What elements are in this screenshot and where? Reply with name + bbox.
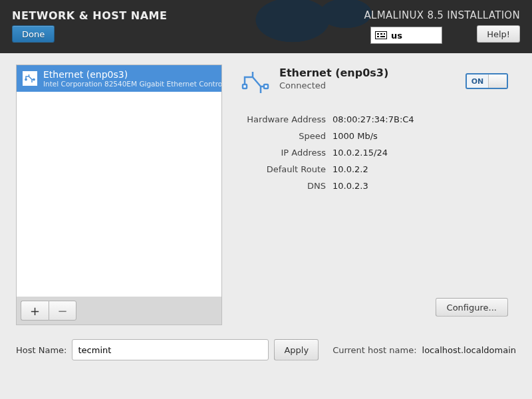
- hostname-row: Host Name: Apply Current host name: loca…: [16, 339, 516, 360]
- keyboard-icon: [375, 31, 387, 39]
- default-route-value: 10.0.2.2: [332, 164, 516, 174]
- done-button[interactable]: Done: [12, 25, 55, 43]
- ip-address-value: 10.0.2.15/24: [332, 148, 516, 158]
- default-route-label: Default Route: [239, 164, 326, 174]
- interface-item-text: Ethernet (enp0s3) Intel Corporation 8254…: [43, 69, 221, 88]
- ethernet-icon: [239, 66, 271, 101]
- add-interface-button[interactable]: +: [21, 301, 49, 321]
- ip-address-label: IP Address: [239, 148, 326, 158]
- connection-toggle[interactable]: ON: [466, 73, 508, 89]
- svg-point-0: [25, 78, 27, 80]
- interface-list[interactable]: Ethernet (enp0s3) Intel Corporation 8254…: [17, 65, 221, 297]
- current-hostname-value: localhost.localdomain: [422, 345, 516, 355]
- dns-label: DNS: [239, 181, 326, 191]
- help-button[interactable]: Help!: [477, 25, 520, 43]
- ethernet-icon: [22, 70, 38, 86]
- svg-rect-2: [243, 84, 247, 88]
- interface-item-enp0s3[interactable]: Ethernet (enp0s3) Intel Corporation 8254…: [17, 65, 221, 92]
- interface-details-text: Ethernet (enp0s3) Connected: [279, 66, 388, 90]
- keyboard-layout-indicator[interactable]: us: [370, 27, 442, 44]
- apply-button[interactable]: Apply: [274, 339, 319, 360]
- keyboard-layout-label: us: [391, 31, 402, 41]
- detail-interface-name: Ethernet (enp0s3): [279, 66, 388, 79]
- toggle-on-label: ON: [467, 77, 488, 86]
- speed-label: Speed: [239, 131, 326, 141]
- current-hostname-label: Current host name:: [332, 345, 416, 355]
- page-title: NETWORK & HOST NAME: [12, 9, 167, 22]
- interface-list-panel: Ethernet (enp0s3) Intel Corporation 8254…: [16, 65, 222, 325]
- remove-interface-button[interactable]: −: [49, 301, 76, 321]
- installer-subtitle: ALMALINUX 8.5 INSTALLATION: [364, 9, 520, 21]
- interface-name: Ethernet (enp0s3): [43, 69, 221, 80]
- detail-interface-status: Connected: [279, 80, 388, 90]
- hostname-label: Host Name:: [16, 345, 66, 355]
- hw-address-label: Hardware Address: [239, 114, 326, 124]
- hostname-input[interactable]: [72, 339, 269, 360]
- interface-description: Intel Corporation 82540EM Gigabit Ethern…: [43, 80, 221, 88]
- interface-properties: Hardware Address 08:00:27:34:7B:C4 Speed…: [239, 114, 516, 191]
- dns-value: 10.0.2.3: [332, 181, 516, 191]
- configure-button[interactable]: Configure...: [436, 298, 508, 317]
- installer-header: NETWORK & HOST NAME ALMALINUX 8.5 INSTAL…: [0, 0, 532, 53]
- hw-address-value: 08:00:27:34:7B:C4: [332, 114, 516, 124]
- interface-addremove: + −: [21, 301, 76, 321]
- svg-point-1: [33, 78, 35, 80]
- toggle-knob: [488, 74, 507, 88]
- speed-value: 1000 Mb/s: [332, 131, 516, 141]
- svg-rect-3: [264, 84, 268, 88]
